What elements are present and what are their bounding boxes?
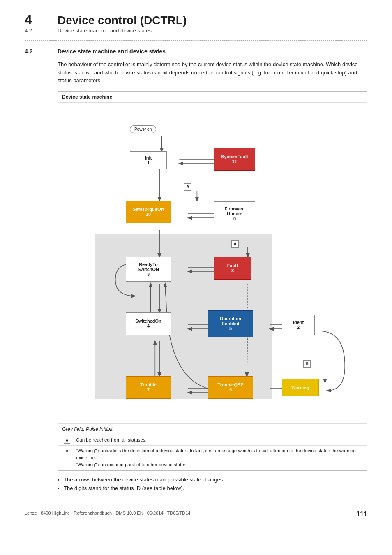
trouble-label: Trouble7 [140, 382, 157, 392]
bullet-1: The arrows between the device states mar… [64, 476, 367, 483]
legend-row-a: A Can be reached from all statuses. [58, 435, 367, 445]
ident-state: Ident2 [282, 314, 315, 335]
chapter-number: 4 [25, 12, 45, 28]
warning-label: Warning [291, 385, 309, 390]
legend-b-text: "Warning" contradicts the definition of … [76, 447, 364, 469]
marker-a-mid: A [231, 240, 239, 248]
bullet-2: The digits stand for the status ID (see … [64, 485, 367, 491]
legend-row-b: B "Warning" contradicts the definition o… [58, 445, 367, 470]
safe-torque-off-label: SafeTorqueOff10 [133, 207, 164, 217]
ready-to-switch-on-state: ReadyToSwitchON3 [126, 257, 171, 282]
warning-state: Warning [282, 379, 319, 396]
switched-on-label: SwitchedOn4 [135, 319, 161, 328]
firmware-update-state: FirmwareUpdate0 [214, 201, 255, 226]
trouble-qsp-state: TroubleQSP9 [208, 376, 253, 399]
legend-b-marker: B [64, 448, 70, 454]
section-divider [25, 40, 367, 41]
ident-label: Ident2 [293, 320, 304, 330]
safe-torque-off-state: SafeTorqueOff10 [126, 201, 171, 223]
init-state: InitPower on1 [130, 151, 167, 169]
power-on-label: Power on [134, 127, 152, 132]
section-body: The behaviour of the controller is mainl… [58, 60, 367, 85]
power-on-state: Power on [130, 125, 156, 133]
section-title: Device state machine and device states [58, 48, 166, 55]
ready-to-switch-on-label: ReadyToSwitchON3 [138, 262, 159, 277]
section-heading: 4.2 Device state machine and device stat… [25, 48, 367, 55]
switched-on-state: SwitchedOn4 [126, 312, 171, 335]
grey-field-label: Grey field: Pulse inhibit [58, 423, 367, 435]
sub-chapter-title-header: Device state machine and device states [58, 28, 152, 34]
legend-table: A Can be reached from all statuses. B "W… [58, 435, 367, 470]
header: 4 Device control (DCTRL) 4.2 Device stat… [25, 12, 367, 34]
bullet-list: The arrows between the device states mar… [64, 476, 367, 491]
chapter-title: Device control (DCTRL) [58, 14, 187, 27]
trouble-qsp-label: TroubleQSP9 [218, 382, 244, 392]
system-fault-state: SystemFault11 [214, 148, 255, 171]
init-label: InitPower on1 [145, 155, 152, 165]
operation-enabled-state: OperationEnabled5 [208, 310, 253, 337]
section-number: 4.2 [25, 48, 45, 55]
legend-b-marker-cell: B [61, 447, 73, 454]
footer: Lenze · 8400 HighLine · Referenzhandbuch… [25, 508, 367, 518]
marker-a-top: A [184, 183, 191, 191]
footer-right: 111 [356, 511, 367, 518]
diagram-container: Device state machine [58, 91, 367, 471]
legend-a-marker-cell: A [61, 437, 73, 444]
diagram-inner: Power on InitPower on1 SystemFault11 A S… [58, 103, 367, 423]
marker-b: B [303, 360, 311, 368]
page: 4 Device control (DCTRL) 4.2 Device stat… [0, 0, 392, 530]
sub-chapter-number: 4.2 [25, 28, 45, 34]
firmware-update-label: FirmwareUpdate0 [225, 206, 245, 221]
system-fault-label: SystemFault11 [221, 154, 248, 164]
fault-state: Fault8 [214, 257, 251, 280]
fault-label: Fault8 [227, 263, 238, 273]
operation-enabled-label: OperationEnabled5 [220, 316, 241, 331]
diagram-title: Device state machine [58, 92, 367, 103]
legend-a-marker: A [64, 437, 70, 444]
legend-a-text: Can be reached from all statuses. [76, 437, 147, 444]
footer-left: Lenze · 8400 HighLine · Referenzhandbuch… [25, 511, 190, 518]
trouble-state: Trouble7 [126, 376, 171, 399]
